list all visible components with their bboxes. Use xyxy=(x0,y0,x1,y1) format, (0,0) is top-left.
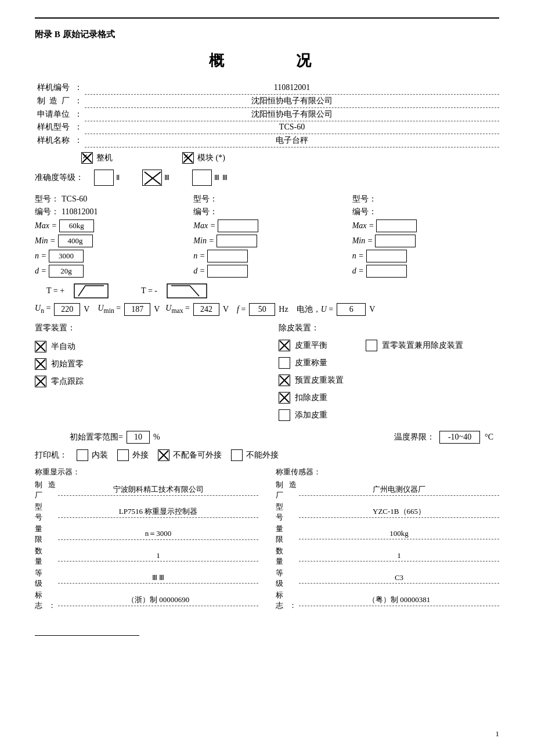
printer-outer-checkbox[interactable] xyxy=(117,449,129,461)
min-input[interactable]: 400g xyxy=(58,235,93,247)
temp-row: T = + T = - xyxy=(46,283,499,298)
bottom-section: 称重显示器： 制造厂 宁波朗科精工技术有限公司 型 号 LP7516 称重显示控… xyxy=(35,467,499,612)
printer-no-outer: 不配备可外接 xyxy=(158,449,222,461)
v1: V xyxy=(84,305,89,314)
pichong-balance-checkbox[interactable] xyxy=(279,340,290,351)
accuracy-item-ii: Ⅱ xyxy=(94,170,120,186)
mokuai-checkbox[interactable] xyxy=(182,152,194,164)
pichong-balance-label: 皮重平衡 xyxy=(295,340,327,351)
init-zero-row: 初始置零 xyxy=(35,358,255,370)
info-row: 样机编号 ： 110812001 xyxy=(35,81,499,94)
zero-range-row: 初始置零范围= 10 % 温度界限： -10~40 °C xyxy=(35,431,499,444)
model-min-row: Min = xyxy=(193,235,340,247)
min-input[interactable] xyxy=(375,235,416,247)
n-input[interactable] xyxy=(207,250,248,262)
model-n-row: n = xyxy=(193,250,340,262)
umin-input[interactable]: 187 xyxy=(124,303,150,316)
batt-input[interactable]: 6 xyxy=(337,303,366,316)
display-info-row: 标 志： （浙）制 00000690 xyxy=(35,590,258,611)
acc-ii-box[interactable] xyxy=(94,170,114,186)
init-zero-checkbox[interactable] xyxy=(35,358,46,370)
sensor-col: 称重传感器： 制造厂 广州电测仪器厂 型 号 YZC-1B（665） 量 限 1… xyxy=(276,467,499,612)
hz: Hz xyxy=(279,305,288,314)
model-d-row: d = xyxy=(193,265,340,278)
semi-auto-row: 半自动 xyxy=(35,341,255,352)
sensor-label: 标 志： xyxy=(276,590,297,611)
deduct-tare-checkbox[interactable] xyxy=(279,392,290,404)
temp-input[interactable]: -10~40 xyxy=(439,431,480,444)
init-zero-label: 初始置零 xyxy=(51,359,84,369)
model-col-1: 型号： 编号： Max = Min = n = d = xyxy=(193,194,340,279)
printer-label: 打印机： xyxy=(35,450,67,460)
zhengji-label: 整机 xyxy=(96,153,113,163)
sensor-label: 数 量 xyxy=(276,546,297,567)
info-colon: ： xyxy=(72,81,85,94)
display-value: 1 xyxy=(58,551,258,561)
d-input[interactable] xyxy=(366,265,407,278)
info-row: 样机名称 ： 电子台秤 xyxy=(35,134,499,147)
zhengji-checkbox[interactable] xyxy=(81,152,93,164)
zero-range-prefix: 初始置零范围= xyxy=(70,432,123,442)
f-label: f = xyxy=(237,305,246,314)
info-value: 沈阳恒协电子有限公司 xyxy=(85,107,499,121)
info-value: 电子台秤 xyxy=(85,134,499,147)
printer-cannot-outer-checkbox[interactable] xyxy=(231,449,243,461)
printer-inner-checkbox[interactable] xyxy=(77,449,88,461)
page: 附录 B 原始记录格式 概 况 样机编号 ： 110812001 制 造 厂 ：… xyxy=(0,0,534,756)
info-row: 申请单位 ： 沈阳恒协电子有限公司 xyxy=(35,107,499,121)
ramp-plus-icon xyxy=(74,283,109,298)
pichong-scale-checkbox[interactable] xyxy=(279,357,290,369)
un-input[interactable]: 220 xyxy=(54,303,80,316)
printer-inner-label: 内装 xyxy=(92,450,108,460)
accuracy-row: 准确度等级： Ⅱ Ⅲ Ⅲ Ⅲ xyxy=(35,170,499,186)
preset-tare-checkbox[interactable] xyxy=(279,375,290,386)
info-value: 沈阳恒协电子有限公司 xyxy=(85,94,499,107)
top-divider xyxy=(35,17,499,19)
info-label: 样机型号 xyxy=(35,121,72,134)
model-max-row: Max = 60kg xyxy=(35,219,182,232)
info-value: 110812001 xyxy=(85,81,499,94)
sensor-info-row: 制造厂 广州电测仪器厂 xyxy=(276,480,499,501)
umax-input[interactable]: 242 xyxy=(193,303,219,316)
accuracy-item-iiii: Ⅲ Ⅲ xyxy=(192,170,228,186)
sensor-value: 广州电测仪器厂 xyxy=(299,484,499,496)
temp-suffix: °C xyxy=(485,433,493,442)
t-plus-label: T = + xyxy=(46,286,64,296)
zero-range-input[interactable]: 10 xyxy=(127,431,150,444)
max-input[interactable] xyxy=(376,219,417,232)
d-input[interactable] xyxy=(207,265,248,278)
acc-iiii-box[interactable] xyxy=(192,170,212,186)
display-value: n＝3000 xyxy=(58,528,258,540)
zero-track-checkbox[interactable] xyxy=(35,376,46,387)
display-title: 称重显示器： xyxy=(35,467,258,477)
model-num-row: 编号： xyxy=(352,207,499,217)
voltage-row: Un = 220 V Umin = 187 V Umax = 242 V f =… xyxy=(35,303,499,316)
model-type-row: 型号： xyxy=(193,194,340,204)
n-input[interactable] xyxy=(366,250,407,262)
semi-auto-label: 半自动 xyxy=(51,341,75,352)
sensor-rows: 制造厂 广州电测仪器厂 型 号 YZC-1B（665） 量 限 100kg 数 … xyxy=(276,480,499,612)
min-input[interactable] xyxy=(217,235,257,247)
display-label: 型 号 xyxy=(35,502,56,523)
temp-prefix: 温度界限： xyxy=(394,432,435,442)
display-value: 宁波朗科精工技术有限公司 xyxy=(58,484,258,496)
semi-auto-checkbox[interactable] xyxy=(35,341,46,352)
f-input[interactable]: 50 xyxy=(249,303,275,316)
max-input[interactable]: 60kg xyxy=(59,219,94,232)
info-table: 样机编号 ： 110812001 制 造 厂 ： 沈阳恒协电子有限公司 申请单位… xyxy=(35,81,499,147)
d-input[interactable]: 20g xyxy=(49,265,84,278)
display-label: 标 志： xyxy=(35,590,56,611)
v3: V xyxy=(223,305,229,314)
printer-no-outer-checkbox[interactable] xyxy=(158,449,169,461)
combo-checkbox[interactable] xyxy=(366,340,377,351)
preset-tare-row: 预置皮重装置 xyxy=(279,375,499,386)
accuracy-label: 准确度等级： xyxy=(35,172,84,183)
model-max-row: Max = xyxy=(193,219,340,232)
n-input[interactable]: 3000 xyxy=(49,250,84,262)
max-input[interactable] xyxy=(218,219,258,232)
add-tare-checkbox[interactable] xyxy=(279,409,290,421)
acc-iii-box[interactable] xyxy=(142,170,162,186)
sensor-info-row: 型 号 YZC-1B（665） xyxy=(276,502,499,523)
zero-device-title: 置零装置： xyxy=(35,323,255,333)
preset-tare-label: 预置皮重装置 xyxy=(295,375,344,386)
